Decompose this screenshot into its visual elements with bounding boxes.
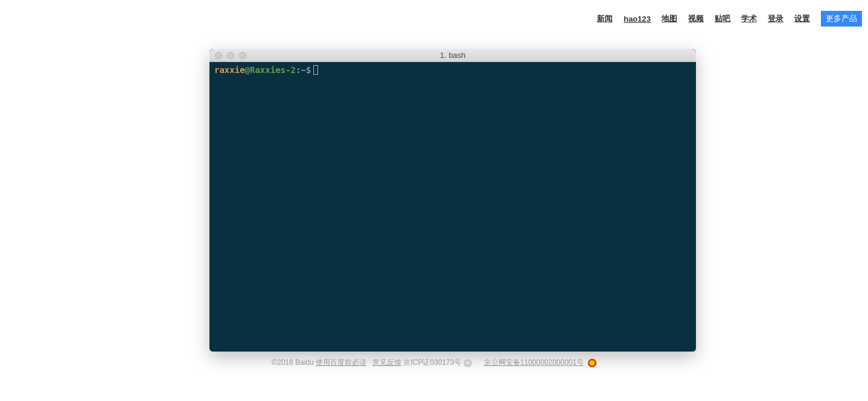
nav-video[interactable]: 视频: [688, 13, 704, 24]
close-button[interactable]: [215, 52, 222, 59]
terminal-window: 1. bash raxxie@Raxxies-2:~$: [209, 49, 696, 352]
title-bar[interactable]: 1. bash: [209, 49, 696, 62]
footer-terms-link[interactable]: 使用百度前必读: [316, 358, 366, 367]
footer-beian-link[interactable]: 京公网安备11000002000001号: [484, 358, 584, 367]
nav-more-products-button[interactable]: 更多产品: [821, 11, 862, 27]
nav-academic[interactable]: 学术: [741, 13, 757, 24]
prompt-host: Raxxies-2: [250, 65, 296, 75]
nav-map[interactable]: 地图: [662, 13, 677, 24]
prompt-path: ~: [301, 65, 305, 75]
emblem-icon: [588, 359, 596, 367]
location-icon: ⌖: [464, 359, 472, 367]
prompt-dollar: $: [306, 65, 311, 75]
cursor: [313, 65, 318, 75]
nav-tieba[interactable]: 贴吧: [715, 13, 730, 24]
footer-feedback-link[interactable]: 意见反馈: [372, 358, 401, 367]
footer-icp: 京ICP证030173号: [403, 358, 463, 367]
nav-news[interactable]: 新闻: [597, 13, 613, 24]
prompt-at: @: [245, 65, 250, 75]
footer-copyright: ©2018 Baidu: [272, 358, 316, 367]
nav-login[interactable]: 登录: [768, 13, 783, 24]
footer: ©2018 Baidu 使用百度前必读 意见反馈 京ICP证030173号 ⌖ …: [0, 358, 868, 368]
terminal-body[interactable]: raxxie@Raxxies-2:~$: [209, 62, 696, 352]
traffic-lights: [209, 52, 246, 59]
nav-settings[interactable]: 设置: [794, 13, 810, 24]
nav-hao123[interactable]: hao123: [624, 14, 651, 24]
zoom-button[interactable]: [239, 52, 246, 59]
top-nav: 新闻 hao123 地图 视频 贴吧 学术 登录 设置 更多产品: [597, 11, 862, 27]
window-title: 1. bash: [209, 51, 696, 60]
minimize-button[interactable]: [227, 52, 234, 59]
prompt-user: raxxie: [214, 65, 245, 75]
